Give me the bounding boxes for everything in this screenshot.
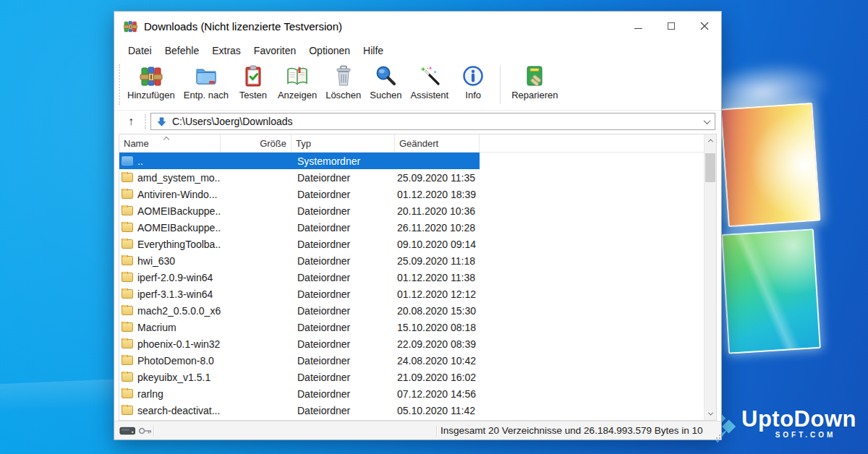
toolbar-button-repair[interactable]: Reparieren [507, 63, 562, 101]
minimize-icon [634, 28, 642, 29]
test-clipboard-icon [241, 64, 265, 88]
file-type: Dateiordner [292, 388, 395, 400]
trash-icon [331, 64, 356, 88]
file-name: Macrium [137, 322, 176, 333]
toolbar-gripper[interactable] [119, 64, 120, 105]
scroll-down-button[interactable] [705, 408, 716, 420]
file-modified: 20.08.2020 15:30 [395, 305, 480, 317]
file-modified: 26.11.2020 10:28 [395, 222, 480, 234]
table-row[interactable]: iperf-2.0.9-win64 Dateiordner 01.12.2020… [119, 269, 704, 286]
address-combobox[interactable]: C:\Users\Joerg\Downloads [150, 113, 715, 130]
toolbar-button-label: Testen [239, 90, 267, 100]
menu-item-optionen[interactable]: Optionen [302, 43, 357, 59]
table-row[interactable]: AOMEIBackuppe... Dateiordner 20.11.2020 … [119, 202, 704, 219]
address-bar: ↑ C:\Users\Joerg\Downloads [114, 111, 721, 134]
table-row[interactable]: rarlng Dateiordner 07.12.2020 14:56 [119, 385, 704, 402]
file-name: iperf-3.1.3-win64 [137, 288, 213, 300]
scrollbar-track[interactable] [705, 147, 716, 408]
menu-item-befehle[interactable]: Befehle [158, 43, 205, 59]
column-header-geaendert[interactable]: Geändert [395, 134, 480, 152]
menu-item-datei[interactable]: Datei [122, 43, 158, 59]
table-row[interactable]: mach2_0.5.0.0_x64 Dateiordner 20.08.2020… [119, 302, 704, 319]
table-row[interactable]: .. Systemordner [119, 153, 704, 169]
toolbar-button-test[interactable]: Testen [233, 63, 273, 101]
table-row[interactable]: amd_system_mo... Dateiordner 25.09.2020 … [119, 169, 704, 186]
column-header-name[interactable]: Name [119, 134, 221, 152]
windows-logo-bottom-pane [721, 228, 821, 354]
key-icon [138, 426, 153, 436]
windows-logo-top-pane [720, 103, 820, 228]
file-name: amd_system_mo... [137, 172, 221, 184]
toolbar-button-info[interactable]: Info [453, 63, 493, 101]
table-row[interactable]: phoenix-0.1-win32 Dateiordner 22.09.2020… [119, 335, 704, 352]
table-row[interactable]: iperf-3.1.3-win64 Dateiordner 01.12.2020… [119, 286, 704, 302]
drive-icon [119, 426, 135, 436]
toolbar-button-label: Entp. nach [184, 90, 229, 100]
file-name: pkeyuibx_v1.5.1 [137, 372, 210, 383]
file-name: mach2_0.5.0.0_x64 [137, 305, 221, 317]
column-header-filler [480, 134, 704, 152]
resize-grip[interactable] [714, 432, 721, 440]
toolbar-button-view[interactable]: Anzeigen [273, 63, 321, 101]
menu-bar: Datei Befehle Extras Favoriten Optionen … [114, 40, 721, 60]
file-name: hwi_630 [137, 255, 175, 267]
table-row[interactable]: EverythingToolba... Dateiordner 09.10.20… [119, 236, 704, 252]
maximize-button[interactable] [655, 12, 688, 40]
file-type: Dateiordner [292, 189, 395, 200]
up-directory-button[interactable]: ↑ [122, 113, 140, 130]
toolbar-button-label: Reparieren [511, 90, 558, 100]
file-type: Dateiordner [292, 239, 395, 250]
file-list-panel: Name Größe Typ Geändert [119, 134, 717, 421]
desktop: UptoDown SOFT.COM Downloads (Nicht lizen… [0, 0, 868, 454]
status-middle-panel [154, 421, 436, 440]
up-folder-icon [122, 156, 133, 166]
table-row[interactable]: hwi_630 Dateiordner 25.09.2020 11:18 [119, 252, 704, 269]
sort-ascending-icon [163, 137, 169, 142]
scroll-up-button[interactable] [705, 134, 716, 147]
folder-icon [122, 322, 133, 332]
file-modified: 25.09.2020 11:18 [395, 255, 480, 267]
file-name: phoenix-0.1-win32 [137, 338, 220, 350]
toolbar-button-find[interactable]: Suchen [365, 63, 406, 101]
dropdown-chevron-icon[interactable] [704, 117, 711, 124]
table-row[interactable]: AOMEIBackuppe... Dateiordner 26.11.2020 … [119, 219, 704, 236]
table-row[interactable]: PhotoDemon-8.0 Dateiordner 24.08.2020 10… [119, 352, 704, 369]
close-icon [700, 22, 709, 30]
file-list: .. Systemordner amd_system_mo... [119, 153, 704, 420]
folder-icon [122, 189, 133, 199]
folder-icon [122, 239, 133, 249]
column-header-typ[interactable]: Typ [292, 134, 395, 152]
toolbar-button-extract[interactable]: Entp. nach [179, 63, 233, 101]
table-row[interactable]: search-deactivat... Dateiordner 05.10.20… [119, 402, 704, 419]
table-row[interactable]: pkeyuibx_v1.5.1 Dateiordner 21.09.2020 1… [119, 369, 704, 385]
address-gripper[interactable] [145, 114, 146, 129]
table-row[interactable]: Macrium Dateiordner 15.10.2020 08:18 [119, 319, 704, 335]
minimize-button[interactable] [621, 12, 655, 40]
file-modified: 25.09.2020 11:35 [395, 172, 480, 184]
file-type: Dateiordner [292, 288, 395, 300]
vertical-scrollbar[interactable] [704, 134, 716, 420]
menu-item-favoriten[interactable]: Favoriten [247, 43, 302, 59]
file-name: AOMEIBackuppe... [137, 205, 221, 217]
watermark-brand: UptoDown [741, 408, 856, 430]
file-name: iperf-2.0.9-win64 [137, 272, 213, 283]
file-type: Dateiordner [292, 272, 395, 283]
menu-item-extras[interactable]: Extras [205, 43, 247, 59]
folder-icon [122, 306, 133, 315]
toolbar-button-wizard[interactable]: Assistent [406, 63, 453, 101]
chevron-up-icon [707, 139, 712, 144]
folder-icon [122, 273, 133, 282]
folder-icon [122, 389, 133, 398]
file-name: AOMEIBackuppe... [137, 222, 221, 234]
folder-icon [122, 223, 133, 232]
toolbar-button-add[interactable]: Hinzufügen [123, 63, 179, 101]
file-name: rarlng [137, 388, 163, 400]
toolbar-button-delete[interactable]: Löschen [321, 63, 365, 101]
toolbar-button-label: Anzeigen [278, 90, 317, 100]
menu-item-hilfe[interactable]: Hilfe [357, 43, 390, 59]
column-header-groesse[interactable]: Größe [221, 134, 292, 152]
close-button[interactable] [688, 12, 721, 40]
folder-icon [122, 173, 133, 182]
table-row[interactable]: Antiviren-Windo... Dateiordner 01.12.202… [119, 186, 704, 202]
scrollbar-thumb[interactable] [705, 153, 715, 182]
